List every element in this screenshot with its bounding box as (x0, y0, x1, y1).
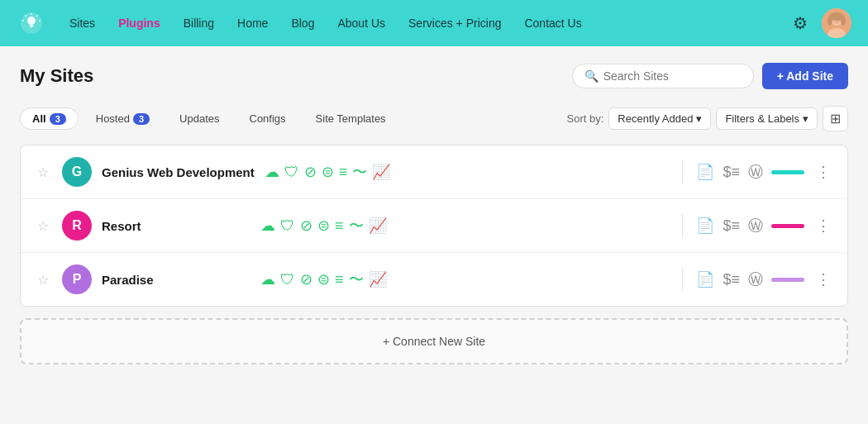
svg-point-15 (841, 16, 846, 26)
sort-chevron-icon: ▾ (696, 112, 702, 125)
filter-bar: All 3 Hosted 3 Updates Configs Site Temp… (20, 106, 848, 131)
separator (682, 160, 683, 183)
nav-billing[interactable]: Billing (174, 12, 224, 35)
nav-home[interactable]: Home (227, 12, 278, 35)
search-box: 🔍 (572, 64, 754, 88)
page-title: My Sites (20, 65, 93, 87)
menu-icon: ≡ (335, 217, 344, 235)
bolt-icon: ⊘ (300, 217, 312, 235)
site-avatar-2: P (62, 264, 92, 294)
sort-dropdown[interactable]: Recently Added ▾ (608, 107, 711, 130)
bolt-icon: ⊘ (304, 163, 317, 181)
main-content: My Sites 🔍 + Add Site All 3 Hosted 3 Upd… (0, 46, 868, 424)
cloud-icon: ☁ (260, 217, 275, 235)
filters-labels-chevron-icon: ▾ (803, 112, 808, 125)
filter-updates[interactable]: Updates (167, 107, 231, 130)
site-name-0: Genius Web Development (102, 165, 255, 179)
filter-configs-label: Configs (250, 112, 286, 125)
cloud-icon: ☁ (260, 270, 275, 288)
chart-icon: 📈 (372, 163, 390, 181)
menu-icon: ≡ (339, 164, 348, 181)
filter-hosted-label: Hosted (96, 112, 130, 125)
connect-new-site[interactable]: + Connect New Site (20, 318, 848, 364)
sites-list: ☆ G Genius Web Development ☁ 🛡 ⊘ ⊜ ≡ 〜 📈… (20, 145, 848, 307)
settings-button[interactable]: ⚙ (787, 10, 813, 36)
separator (682, 268, 683, 291)
color-bar-0 (771, 170, 804, 174)
separator (682, 214, 683, 237)
site-icons-2: ☁ 🛡 ⊘ ⊜ ≡ 〜 📈 (260, 269, 669, 289)
svg-point-14 (827, 16, 832, 26)
nav-sites[interactable]: Sites (60, 12, 105, 35)
filter-all[interactable]: All 3 (20, 107, 79, 130)
svg-line-6 (36, 16, 38, 17)
more-button-2[interactable]: ⋮ (813, 267, 834, 292)
filters-labels-label: Filters & Labels (725, 112, 799, 125)
pages-icon: 📄 (696, 163, 714, 181)
filter-all-label: All (32, 112, 46, 125)
filter-configs[interactable]: Configs (237, 107, 298, 130)
bolt-icon: ⊘ (300, 270, 312, 288)
activity-icon: 〜 (349, 216, 364, 236)
sort-section: Sort by: Recently Added ▾ (567, 107, 712, 130)
search-icon: 🔍 (584, 69, 599, 83)
site-actions-2: 📄 $≡ Ⓦ ⋮ (696, 267, 834, 292)
shield-icon: 🛡 (280, 217, 295, 235)
grid-view-button[interactable]: ⊞ (823, 106, 848, 131)
filter-all-badge: 3 (50, 113, 66, 125)
site-name-2: Paradise (102, 273, 250, 287)
table-row: ☆ G Genius Web Development ☁ 🛡 ⊘ ⊜ ≡ 〜 📈… (21, 145, 847, 199)
activity-icon: 〜 (352, 162, 367, 182)
search-input[interactable] (603, 69, 742, 83)
layers-icon: ⊜ (317, 217, 330, 235)
page-header: My Sites 🔍 + Add Site (20, 63, 848, 89)
color-bar-2 (771, 278, 804, 282)
layers-icon: ⊜ (317, 270, 330, 288)
billing-icon: $≡ (723, 271, 740, 288)
table-row: ☆ P Paradise ☁ 🛡 ⊘ ⊜ ≡ 〜 📈 📄 $≡ Ⓦ ⋮ (21, 253, 847, 306)
pages-icon: 📄 (696, 217, 714, 235)
site-icons-0: ☁ 🛡 ⊘ ⊜ ≡ 〜 📈 (265, 162, 670, 182)
chart-icon: 📈 (369, 217, 387, 235)
filter-hosted[interactable]: Hosted 3 (83, 107, 162, 130)
chart-icon: 📈 (369, 270, 387, 288)
nav-contact[interactable]: Contact Us (514, 12, 591, 35)
table-row: ☆ R Resort ☁ 🛡 ⊘ ⊜ ≡ 〜 📈 📄 $≡ Ⓦ ⋮ (21, 199, 847, 253)
sort-value: Recently Added (618, 112, 693, 125)
header-actions: 🔍 + Add Site (572, 63, 848, 89)
more-button-0[interactable]: ⋮ (813, 160, 834, 184)
star-button-2[interactable]: ☆ (34, 272, 52, 288)
grid-icon: ⊞ (830, 111, 841, 126)
svg-rect-2 (30, 25, 34, 26)
sort-label: Sort by: (567, 112, 604, 125)
nav-right: ⚙ (787, 8, 851, 38)
shield-icon: 🛡 (284, 164, 299, 181)
more-button-1[interactable]: ⋮ (813, 213, 834, 238)
nav-services[interactable]: Services + Pricing (398, 12, 511, 35)
svg-point-1 (27, 17, 36, 25)
cloud-icon: ☁ (265, 163, 279, 181)
avatar[interactable] (822, 8, 851, 38)
nav-plugins[interactable]: Plugins (108, 12, 170, 35)
nav-links: Sites Plugins Billing Home Blog About Us… (60, 12, 787, 35)
nav-about[interactable]: About Us (327, 12, 395, 35)
billing-icon: $≡ (723, 217, 740, 235)
filter-site-templates-label: Site Templates (316, 112, 386, 125)
site-avatar-0: G (62, 157, 92, 187)
filter-site-templates[interactable]: Site Templates (303, 107, 398, 130)
filters-labels-button[interactable]: Filters & Labels ▾ (716, 107, 818, 130)
shield-icon: 🛡 (280, 271, 295, 288)
navbar: Sites Plugins Billing Home Blog About Us… (0, 0, 868, 46)
add-site-button[interactable]: + Add Site (762, 63, 848, 89)
activity-icon: 〜 (349, 269, 364, 289)
wordpress-icon: Ⓦ (748, 162, 763, 182)
site-actions-0: 📄 $≡ Ⓦ ⋮ (696, 160, 834, 184)
star-button-1[interactable]: ☆ (34, 218, 52, 234)
star-button-0[interactable]: ☆ (34, 164, 52, 180)
site-name-1: Resort (102, 219, 250, 233)
site-avatar-1: R (62, 211, 92, 241)
nav-blog[interactable]: Blog (281, 12, 324, 35)
wordpress-icon: Ⓦ (748, 216, 763, 236)
logo[interactable] (17, 8, 46, 38)
menu-icon: ≡ (335, 271, 344, 288)
